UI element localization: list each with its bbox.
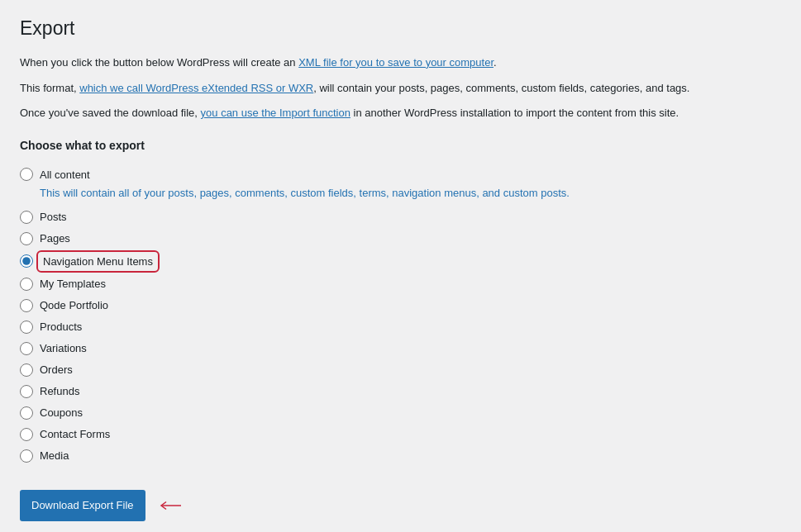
radio-label-media: Media bbox=[40, 449, 69, 462]
radio-item-navigation-menu-items[interactable]: Navigation Menu Items bbox=[20, 249, 724, 273]
radio-label-contact-forms: Contact Forms bbox=[40, 428, 110, 440]
navigation-menu-items-outline: Navigation Menu Items bbox=[40, 254, 156, 269]
radio-label-my-templates: My Templates bbox=[40, 278, 106, 290]
choose-export-label: Choose what to export bbox=[20, 139, 724, 152]
download-export-button[interactable]: Download Export File bbox=[20, 490, 145, 521]
radio-posts[interactable] bbox=[20, 211, 33, 224]
radio-label-navigation-menu-items: Navigation Menu Items bbox=[43, 255, 153, 268]
radio-my-templates[interactable] bbox=[20, 278, 33, 291]
radio-refunds[interactable] bbox=[20, 385, 33, 398]
info-line-1: When you click the button below WordPres… bbox=[20, 55, 724, 72]
radio-item-products[interactable]: Products bbox=[20, 316, 724, 338]
radio-item-orders[interactable]: Orders bbox=[20, 359, 724, 381]
radio-item-variations[interactable]: Variations bbox=[20, 338, 724, 359]
radio-item-all-content[interactable]: All content bbox=[20, 164, 724, 185]
radio-coupons[interactable] bbox=[20, 406, 33, 420]
info-line-2: This format, which we call WordPress eXt… bbox=[20, 80, 724, 97]
radio-item-qode-portfolio[interactable]: Qode Portfolio bbox=[20, 295, 724, 316]
radio-label-products: Products bbox=[40, 321, 82, 333]
radio-label-variations: Variations bbox=[40, 342, 87, 354]
radio-item-coupons[interactable]: Coupons bbox=[20, 402, 724, 424]
radio-item-pages[interactable]: Pages bbox=[20, 228, 724, 249]
radio-pages[interactable] bbox=[20, 232, 33, 245]
radio-label-refunds: Refunds bbox=[40, 385, 79, 397]
button-area: Download Export File bbox=[20, 490, 724, 521]
radio-navigation-menu-items[interactable] bbox=[20, 254, 33, 268]
radio-label-orders: Orders bbox=[40, 363, 73, 376]
radio-contact-forms[interactable] bbox=[20, 428, 33, 441]
radio-label-coupons: Coupons bbox=[40, 406, 83, 419]
radio-orders[interactable] bbox=[20, 363, 33, 377]
radio-variations[interactable] bbox=[20, 342, 33, 355]
export-page: Export When you click the button below W… bbox=[0, 0, 744, 532]
arrow-indicator bbox=[159, 497, 184, 514]
radio-qode-portfolio[interactable] bbox=[20, 299, 33, 312]
info-line-3: Once you've saved the download file, you… bbox=[20, 105, 724, 122]
radio-media[interactable] bbox=[20, 449, 33, 463]
radio-label-posts: Posts bbox=[40, 211, 67, 223]
radio-item-refunds[interactable]: Refunds bbox=[20, 381, 724, 402]
all-content-description: This will contain all of your posts, pag… bbox=[40, 185, 724, 202]
radio-item-contact-forms[interactable]: Contact Forms bbox=[20, 424, 724, 445]
page-title: Export bbox=[20, 17, 724, 41]
radio-label-qode-portfolio: Qode Portfolio bbox=[40, 299, 108, 311]
export-options-group: All content This will contain all of you… bbox=[20, 164, 724, 467]
radio-item-my-templates[interactable]: My Templates bbox=[20, 273, 724, 295]
radio-label-pages: Pages bbox=[40, 232, 70, 245]
radio-item-posts[interactable]: Posts bbox=[20, 207, 724, 228]
radio-products[interactable] bbox=[20, 321, 33, 334]
radio-item-media[interactable]: Media bbox=[20, 445, 724, 467]
radio-all-content[interactable] bbox=[20, 168, 33, 181]
radio-label-all-content: All content bbox=[40, 169, 90, 181]
